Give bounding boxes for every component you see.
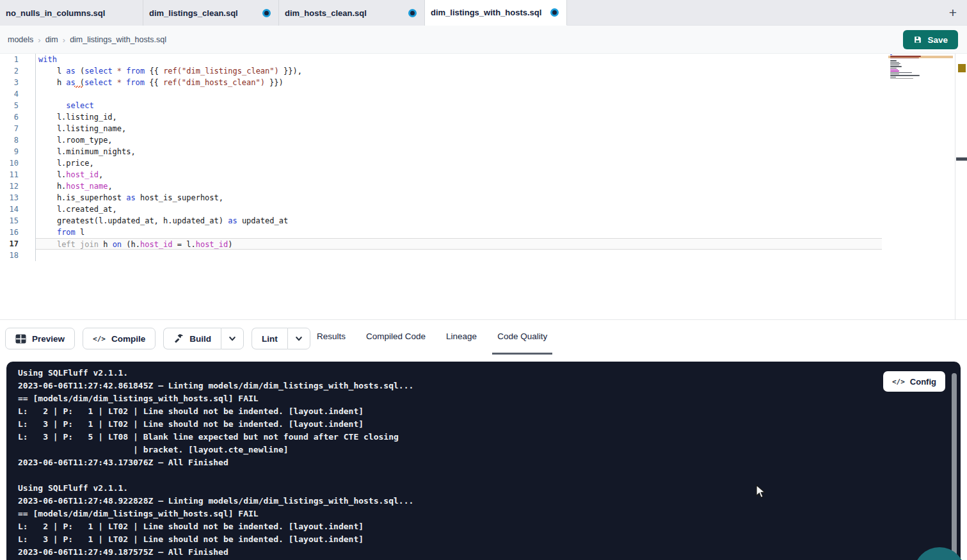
panel-tab-results[interactable]: Results: [312, 320, 351, 355]
build-dropdown-button[interactable]: [221, 328, 244, 349]
code-text: h as (select * from {{ ref("dim_hosts_cl…: [36, 77, 284, 88]
editor-tab-label: dim_hosts_clean.sql: [285, 8, 367, 18]
code-line[interactable]: 16 from l: [0, 227, 967, 238]
line-number: 13: [0, 192, 36, 204]
code-line[interactable]: 10 l.price,: [0, 157, 967, 169]
scrollbar-position-marker[interactable]: [956, 157, 967, 161]
lint-button-label: Lint: [262, 334, 278, 344]
code-line[interactable]: 17 left join h on (h.host_id = l.host_id…: [0, 238, 967, 250]
line-number: 4: [0, 88, 36, 100]
editor-tab[interactable]: dim_listings_with_hosts.sql: [425, 0, 567, 26]
code-line[interactable]: 6 l.listing_id,: [0, 111, 967, 123]
build-button[interactable]: Build: [163, 328, 221, 349]
editor-tab[interactable]: no_nulls_in_columns.sql: [0, 0, 143, 26]
file-tab-bar: no_nulls_in_columns.sqldim_listings_clea…: [0, 0, 967, 26]
minimap-line: [890, 69, 898, 70]
editor-tab[interactable]: dim_listings_clean.sql: [143, 0, 279, 26]
code-line[interactable]: 14 l.created_at,: [0, 204, 967, 215]
code-text: l.created_at,: [36, 204, 117, 215]
breadcrumb-segment[interactable]: dim_listings_with_hosts.sql: [70, 35, 166, 44]
breadcrumb-segment[interactable]: models: [8, 35, 33, 44]
save-button-label: Save: [927, 35, 948, 45]
config-button-label: Config: [910, 377, 936, 387]
editor-tab-label: dim_listings_with_hosts.sql: [431, 8, 541, 17]
code-line[interactable]: 7 l.listing_name,: [0, 123, 967, 134]
code-line[interactable]: 13 h.is_superhost as host_is_superhost,: [0, 192, 967, 204]
editor-right-gutter-divider: [955, 54, 955, 320]
line-number: 5: [0, 100, 36, 111]
breadcrumb-row: models›dim›dim_listings_with_hosts.sql S…: [0, 26, 967, 54]
code-line[interactable]: 18: [0, 250, 967, 261]
unsaved-changes-indicator-icon: [262, 9, 271, 17]
new-tab-button[interactable]: +: [944, 4, 962, 22]
lint-output-terminal: Using SQLFluff v2.1.1.2023-06-06T11:27:4…: [6, 362, 961, 560]
code-text: with: [36, 54, 57, 65]
minimap-line: [890, 66, 902, 67]
code-text: l.room_type,: [36, 134, 113, 146]
terminal-line: 2023-06-06T11:27:49.187575Z – All Finish…: [18, 546, 413, 559]
breadcrumb-separator: ›: [38, 35, 40, 45]
terminal-line: Using SQLFluff v2.1.1.: [18, 367, 413, 380]
minimap-line: [890, 75, 920, 76]
code-line[interactable]: 1with: [0, 54, 967, 65]
terminal-line: L: 2 | P: 1 | LT02 | Line should not be …: [18, 405, 413, 418]
code-line[interactable]: 5 select: [0, 100, 967, 111]
code-line[interactable]: 2 l as (select * from {{ ref("dim_listin…: [0, 65, 967, 77]
code-text: l.listing_id,: [36, 111, 117, 123]
lint-config-button[interactable]: </> Config: [883, 371, 945, 392]
code-text: select: [36, 100, 94, 111]
code-text: l as (select * from {{ ref("dim_listings…: [36, 65, 302, 77]
line-number: 3: [0, 77, 36, 88]
line-number: 12: [0, 180, 36, 192]
code-text: l.host_id,: [36, 169, 103, 180]
code-line[interactable]: 12 h.host_name,: [0, 180, 967, 192]
terminal-line: 2023-06-06T11:27:43.173076Z – All Finish…: [18, 456, 413, 469]
panel-tab-code-quality[interactable]: Code Quality: [492, 320, 552, 355]
compile-button-label: Compile: [111, 334, 145, 344]
minimap-line: [890, 62, 899, 63]
minimap-line: [890, 77, 896, 77]
code-line[interactable]: 15 greatest(l.updated_at, h.updated_at) …: [0, 215, 967, 227]
terminal-line: | bracket. [layout.cte_newline]: [18, 444, 413, 456]
compile-button[interactable]: </>Compile: [83, 328, 156, 349]
minimap-line: [890, 78, 913, 79]
preview-button[interactable]: Preview: [5, 328, 75, 349]
line-number: 18: [0, 250, 36, 261]
panel-tab-lineage[interactable]: Lineage: [441, 320, 482, 355]
editor-tab[interactable]: dim_hosts_clean.sql: [279, 0, 425, 26]
terminal-scrollbar-thumb[interactable]: [952, 373, 957, 560]
code-line[interactable]: 8 l.room_type,: [0, 134, 967, 146]
lint-warning-scroll-marker-icon[interactable]: [958, 64, 966, 72]
minimap-line: [890, 70, 899, 71]
lint-button[interactable]: Lint: [252, 328, 287, 349]
line-number: 14: [0, 204, 36, 215]
preview-button-label: Preview: [32, 334, 65, 344]
table-icon: [15, 334, 26, 344]
editor-minimap[interactable]: [888, 54, 953, 92]
minimap-line: [890, 72, 912, 73]
code-text: l.minimum_nights,: [36, 146, 136, 157]
line-number: 8: [0, 134, 36, 146]
code-text: h.is_superhost as host_is_superhost,: [36, 192, 223, 204]
editor-tab-label: no_nulls_in_columns.sql: [6, 8, 105, 18]
breadcrumb-segment[interactable]: dim: [45, 35, 58, 44]
code-text: from l: [36, 227, 84, 238]
save-button[interactable]: Save: [903, 30, 958, 49]
code-line[interactable]: 3 h as (select * from {{ ref("dim_hosts_…: [0, 77, 967, 88]
code-line[interactable]: 9 l.minimum_nights,: [0, 146, 967, 157]
code-text: l.price,: [36, 157, 94, 169]
lint-dropdown-button[interactable]: [287, 328, 310, 349]
code-text: greatest(l.updated_at, h.updated_at) as …: [36, 215, 288, 227]
line-number: 16: [0, 227, 36, 238]
terminal-line: [18, 469, 413, 482]
line-number: 11: [0, 169, 36, 180]
sql-editor[interactable]: 1with2 l as (select * from {{ ref("dim_l…: [0, 54, 967, 320]
code-line[interactable]: 4: [0, 88, 967, 100]
terminal-line: L: 3 | P: 1 | LT02 | Line should not be …: [18, 418, 413, 431]
dbt-cloud-ide: { "colors": { "accent_teal": "#0c7168", …: [0, 0, 967, 560]
terminal-line: L: 3 | P: 1 | LT02 | Line should not be …: [18, 533, 413, 546]
code-line[interactable]: 11 l.host_id,: [0, 169, 967, 180]
unsaved-changes-indicator-icon: [408, 9, 417, 17]
terminal-line: 2023-06-06T11:27:42.861845Z – Linting mo…: [18, 380, 413, 392]
panel-tab-compiled-code[interactable]: Compiled Code: [361, 320, 431, 355]
